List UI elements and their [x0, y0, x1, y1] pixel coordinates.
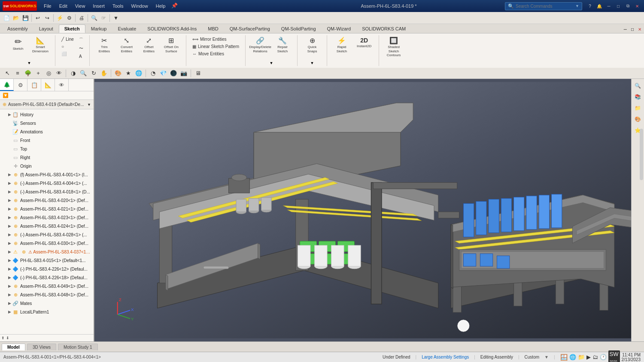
new-button[interactable]: 📄 [2, 13, 11, 23]
tree-view-button[interactable]: 🌳 [23, 69, 33, 78]
instant2d-button[interactable]: 2D Instant2D [354, 36, 374, 50]
tab-sketch[interactable]: Sketch [59, 24, 85, 33]
part8-expand[interactable]: ▶ [7, 232, 12, 237]
search-box[interactable]: 🔍 ▼ [505, 2, 582, 10]
linear-sketch-pattern-button[interactable]: ▦ Linear Sketch Pattern [191, 43, 241, 50]
open-button[interactable]: 📂 [11, 13, 21, 23]
hide-show-button[interactable]: 👁 [54, 69, 64, 78]
more-button[interactable]: ▼ [111, 13, 121, 23]
tree-item-history[interactable]: ▶ 📋 History [0, 110, 94, 119]
part12-expand[interactable]: ▶ [7, 266, 12, 272]
tab-assembly[interactable]: Assembly [2, 24, 33, 33]
part11-expand[interactable]: ▶ [7, 258, 12, 263]
tree-item-part2[interactable]: ▶ ⊕ (-) Assem-PH-6L-S83.4-004<1> (... [0, 179, 94, 187]
smart-dimension-button[interactable]: 📐 SmartDimension [30, 36, 51, 54]
display-dropdown-arrow[interactable]: ▼ [270, 61, 273, 65]
part10-expand[interactable]: ▶ [7, 249, 12, 254]
tree-item-part7[interactable]: ▶ ⊕ Assem-PH-6L-S83.4-024<1> (Def... [0, 222, 94, 230]
quick-snaps-button[interactable]: ⊕ QuickSnaps [302, 36, 322, 54]
rectangle-button[interactable]: ⬜ [60, 51, 76, 57]
mates-expand[interactable]: ▶ [7, 301, 12, 306]
options-button[interactable]: ⚙ [64, 13, 74, 23]
perspective-button[interactable]: 📷 [179, 69, 188, 78]
move-entities-button[interactable]: ↔ Move Entities [191, 51, 241, 57]
pan-button[interactable]: ✋ [99, 69, 109, 78]
tree-item-sensors[interactable]: 📡 Sensors [0, 119, 94, 127]
convert-entities-button[interactable]: ⤡ ConvertEntities [116, 36, 137, 54]
menu-help[interactable]: Help [152, 3, 169, 9]
shaded-sketch-button[interactable]: 🔲 ShadedSketchContours [383, 36, 404, 59]
tab-motion-study[interactable]: Motion Study 1 [58, 344, 98, 350]
help-icon[interactable]: ? [586, 2, 594, 10]
tab-evaluate[interactable]: Evaluate [112, 24, 142, 33]
realview-button[interactable]: 💎 [158, 69, 168, 78]
snaps-dropdown[interactable]: ▼ [310, 61, 314, 65]
tree-item-part5[interactable]: ▶ ⊕ Assem-PH-6L-S83.4-021<1> (Def... [0, 205, 94, 213]
part7-expand[interactable]: ▶ [7, 223, 12, 229]
tab-addins[interactable]: SOLIDWORKS Add-Ins [142, 24, 202, 33]
start-button[interactable]: 🪟 [560, 354, 568, 361]
tab-solidworks-cam[interactable]: SOLIDWORKS CAM [356, 24, 411, 33]
tree-item-part3[interactable]: ▶ ⊕ (-) Assem-PH-6L-S83.4-018<1> (D... [0, 187, 94, 196]
taskpane-btn-1[interactable]: 🔍 [633, 81, 643, 91]
media-icon[interactable]: ▶ [586, 354, 591, 360]
part3-expand[interactable]: ▶ [7, 189, 12, 194]
part9-expand[interactable]: ▶ [7, 241, 12, 246]
right-expand[interactable] [7, 155, 12, 160]
tab-qm-wizard[interactable]: QM-Wizard [322, 24, 357, 33]
tree-item-part9[interactable]: ▶ ⊕ Assem-PH-6L-S83.4-030<1> (Def... [0, 239, 94, 247]
trim-entities-button[interactable]: ✂ TrimEntities [94, 36, 115, 54]
folder-icon[interactable]: 🗂 [592, 354, 598, 360]
part6-expand[interactable]: ▶ [7, 215, 12, 220]
list-view-button[interactable]: ≡ [13, 69, 22, 78]
sensors-expand[interactable] [7, 121, 12, 126]
mirror-entities-button[interactable]: ⟺ Mirror Entities [191, 36, 241, 42]
select-button[interactable]: ↖ [3, 69, 12, 78]
zoom-button[interactable]: 🔍 [79, 69, 88, 78]
view-selector-button[interactable]: 🔍 [89, 13, 99, 23]
close-button[interactable]: ✕ [633, 2, 641, 10]
offset-on-surface-button[interactable]: ⊞ Offset OnSurface [161, 36, 182, 54]
alert-icon[interactable]: 🔔 [595, 2, 604, 10]
part13-expand[interactable]: ▶ [7, 275, 12, 280]
feature-tree-tab[interactable]: 🌲 [0, 79, 14, 91]
display-settings-button[interactable]: 🖥 [193, 69, 203, 78]
tab-3d-views[interactable]: 3D Views [27, 344, 56, 350]
front-expand[interactable] [7, 138, 12, 143]
tree-item-part4[interactable]: ▶ ⊕ Assem-PH-6L-S83.4-020<1> (Def... [0, 196, 94, 205]
menu-view[interactable]: View [72, 3, 89, 9]
redo-button[interactable]: ↪ [43, 13, 52, 23]
sketch-dropdown-arrow[interactable]: ▼ [27, 61, 31, 65]
part15-expand[interactable]: ▶ [7, 292, 12, 297]
tree-item-front[interactable]: ▭ Front [0, 136, 94, 145]
property-manager-tab[interactable]: ⚙ [14, 79, 27, 91]
tab-layout[interactable]: Layout [33, 24, 59, 33]
display-quality[interactable]: Custom [525, 355, 539, 359]
tree-item-annotations[interactable]: 📝 Annotations [0, 127, 94, 136]
tree-item-mates[interactable]: ▶ 🔗 Mates [0, 299, 94, 308]
tree-item-part1[interactable]: ▶ ⊕ (f) Assem-PH-6L-S83.4-001<1> (I... [0, 170, 94, 179]
maximize-button[interactable]: □ [614, 2, 623, 10]
tab-qm-solid[interactable]: QM-SolidParting [276, 24, 322, 33]
tree-item-part15[interactable]: ▶ ⊕ Assem-PH-6L-S83.4-048<1> (Def... [0, 290, 94, 299]
circle-button[interactable]: ○ [60, 43, 76, 50]
select-filter-button[interactable]: ☞ [99, 13, 108, 23]
tree-item-part8[interactable]: ▶ ⊕ (-) Assem-PH-6L-S83.4-028<1> (... [0, 230, 94, 239]
restore-button[interactable]: ⧉ [623, 2, 632, 10]
part5-expand[interactable]: ▶ [7, 206, 12, 211]
part2-expand[interactable]: ▶ [7, 181, 12, 186]
scene-button[interactable]: 🌐 [134, 69, 143, 78]
view-color-button[interactable]: 🎨 [113, 69, 123, 78]
tree-item-origin[interactable]: ✛ Origin [0, 162, 94, 170]
tree-item-part12[interactable]: ▶ 🔷 (-) PH-6L-S83.4-226<12> (Defaul... [0, 265, 94, 273]
display-mode-button[interactable]: ◎ [44, 69, 53, 78]
taskpane-btn-3[interactable]: 📁 [633, 103, 643, 113]
3d-viewport[interactable]: X Y Z [94, 79, 631, 341]
arc-button[interactable]: ⌒ [77, 36, 85, 44]
top-expand[interactable] [7, 146, 12, 151]
tab-model[interactable]: Model [2, 344, 25, 350]
undo-button[interactable]: ↩ [33, 13, 43, 23]
part14-expand[interactable]: ▶ [7, 284, 12, 289]
display-manager-tab[interactable]: 👁 [55, 79, 69, 91]
tree-header-arrow[interactable]: ▼ [87, 103, 91, 107]
